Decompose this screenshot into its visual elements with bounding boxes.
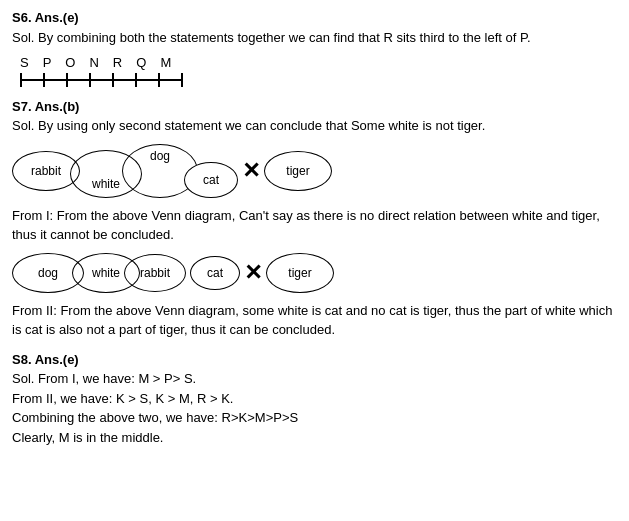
s8-line-2: Combining the above two, we have: R>K>M>… xyxy=(12,408,617,428)
oval-rabbit-2-label: rabbit xyxy=(140,264,170,282)
oval-cat-2: cat xyxy=(190,256,240,290)
oval-dog-label: dog xyxy=(150,147,170,165)
oval-tiger-1-label: tiger xyxy=(286,162,309,180)
number-line-container: S P O N R Q M xyxy=(20,53,617,87)
nl-label-q: Q xyxy=(136,53,146,73)
tick-0 xyxy=(20,73,22,87)
tick-1 xyxy=(43,73,45,87)
oval-tiger-2: tiger xyxy=(266,253,334,293)
tick-7 xyxy=(181,73,183,87)
s7-heading: S7. Ans.(b) xyxy=(12,97,617,117)
s6-solution: Sol. By combining both the statements to… xyxy=(12,28,617,48)
oval-dog-2-label: dog xyxy=(38,264,58,282)
s8-line-0: Sol. From I, we have: M > P> S. xyxy=(12,369,617,389)
venn-diagram-1: rabbit white dog cat ✕ tiger xyxy=(12,144,617,198)
cross-symbol-1: ✕ xyxy=(242,160,260,182)
s8-line-3: Clearly, M is in the middle. xyxy=(12,428,617,448)
tick-3 xyxy=(89,73,91,87)
oval-rabbit-label: rabbit xyxy=(31,162,61,180)
s8-line-1: From II, we have: K > S, K > M, R > K. xyxy=(12,389,617,409)
tick-6 xyxy=(158,73,160,87)
number-line: S P O N R Q M xyxy=(20,53,182,87)
s7-solution: Sol. By using only second statement we c… xyxy=(12,116,617,136)
nl-label-r: R xyxy=(113,53,122,73)
oval-tiger-1: tiger xyxy=(264,151,332,191)
nl-label-n: N xyxy=(89,53,98,73)
oval-cat: cat xyxy=(184,162,238,198)
nl-label-m: M xyxy=(160,53,171,73)
oval-white-label: white xyxy=(92,175,120,193)
s6-section: S6. Ans.(e) Sol. By combining both the s… xyxy=(12,8,617,87)
cross-symbol-2: ✕ xyxy=(244,262,262,284)
oval-rabbit-2: rabbit xyxy=(124,254,186,292)
s6-heading: S6. Ans.(e) xyxy=(12,8,617,28)
s8-heading: S8. Ans.(e) xyxy=(12,350,617,370)
oval-white-2-label: white xyxy=(92,264,120,282)
oval-tiger-2-label: tiger xyxy=(288,264,311,282)
oval-cat-2-label: cat xyxy=(207,264,223,282)
venn-diagram-2: dog white rabbit cat ✕ tiger xyxy=(12,253,617,293)
tick-4 xyxy=(112,73,114,87)
s7-from1: From I: From the above Venn diagram, Can… xyxy=(12,206,617,245)
nl-label-p: P xyxy=(43,53,52,73)
s7-section: S7. Ans.(b) Sol. By using only second st… xyxy=(12,97,617,340)
oval-white: white xyxy=(70,150,142,198)
white-dog-group: white dog cat xyxy=(70,144,238,198)
s7-from2: From II: From the above Venn diagram, so… xyxy=(12,301,617,340)
nl-labels: S P O N R Q M xyxy=(20,53,171,73)
nl-label-s: S xyxy=(20,53,29,73)
oval-cat-label: cat xyxy=(203,171,219,189)
nl-line-wrapper xyxy=(20,73,182,87)
white-rabbit-group: white rabbit xyxy=(72,253,186,293)
nl-label-o: O xyxy=(65,53,75,73)
tick-2 xyxy=(66,73,68,87)
s8-section: S8. Ans.(e) Sol. From I, we have: M > P>… xyxy=(12,350,617,448)
tick-5 xyxy=(135,73,137,87)
